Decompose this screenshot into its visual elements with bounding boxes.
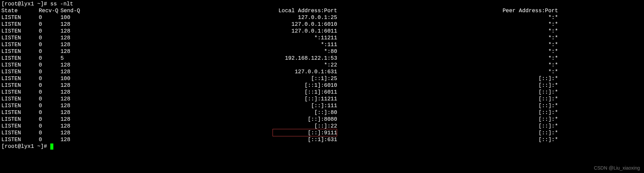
cell-recvq: 0: [39, 109, 60, 116]
cell-recvq: 0: [39, 75, 60, 82]
table-row: LISTEN0128[::1]:6011[::]:*: [1, 89, 643, 96]
cell-local: *:22: [89, 62, 378, 69]
table-row: LISTEN0128*:80*:*: [1, 48, 643, 55]
cell-sendq: 100: [60, 14, 89, 21]
table-row: LISTEN0128[::]:22[::]:*: [1, 123, 643, 130]
cell-local: [::]:11211: [89, 96, 378, 102]
cell-state: LISTEN: [1, 69, 39, 75]
table-row: LISTEN0128127.0.0.1:6010*:*: [1, 21, 643, 28]
cell-sendq: 128: [60, 123, 89, 130]
cell-state: LISTEN: [1, 21, 39, 28]
cell-local: [::]:8080: [89, 116, 378, 123]
cell-state: LISTEN: [1, 48, 39, 55]
cell-peer: [::]:*: [378, 109, 558, 116]
cell-sendq: 128: [60, 136, 89, 143]
cell-sendq: 128: [60, 41, 89, 48]
cell-peer: [::]:*: [378, 75, 558, 82]
cell-sendq: 128: [60, 69, 89, 75]
cell-sendq: 128: [60, 96, 89, 102]
cell-local: 192.168.122.1:53: [89, 55, 378, 62]
cell-peer: *:*: [378, 21, 558, 28]
cell-local: 127.0.0.1:6011: [89, 28, 378, 35]
cell-local: *:11211: [89, 35, 378, 41]
table-row: LISTEN0128*:111*:*: [1, 41, 643, 48]
cell-peer: [::]:*: [378, 130, 558, 136]
cell-state: LISTEN: [1, 102, 39, 109]
cell-sendq: 128: [60, 21, 89, 28]
table-row: LISTEN0128[::]:80[::]:*: [1, 109, 643, 116]
cell-local: [::]:111: [89, 102, 378, 109]
cell-state: LISTEN: [1, 14, 39, 21]
table-row: LISTEN0128[::1]:6010[::]:*: [1, 82, 643, 89]
table-row: LISTEN0128*:22*:*: [1, 62, 643, 69]
col-recvq: Recv-Q: [39, 7, 60, 14]
terminal-output[interactable]: [root@lyx1 ~]# ss -nltStateRecv-QSend-QL…: [1, 1, 643, 150]
cell-peer: [::]:*: [378, 102, 558, 109]
table-row: LISTEN0128127.0.0.1:631*:*: [1, 69, 643, 75]
cell-local: [::]:80: [89, 109, 378, 116]
cell-recvq: 0: [39, 55, 60, 62]
col-sendq: Send-Q: [60, 7, 89, 14]
cell-recvq: 0: [39, 35, 60, 41]
cell-local: [::]:22: [89, 123, 378, 130]
cell-local: [::1]:25: [89, 75, 378, 82]
cell-peer: *:*: [378, 55, 558, 62]
cell-recvq: 0: [39, 102, 60, 109]
cell-local: *:111: [89, 41, 378, 48]
cell-recvq: 0: [39, 136, 60, 143]
cell-peer: *:*: [378, 41, 558, 48]
cell-state: LISTEN: [1, 96, 39, 102]
cell-sendq: 128: [60, 28, 89, 35]
cell-sendq: 128: [60, 116, 89, 123]
cell-peer: [::]:*: [378, 136, 558, 143]
table-row: LISTEN0128[::]:111[::]:*: [1, 102, 643, 109]
cell-state: LISTEN: [1, 41, 39, 48]
cell-local: 127.0.0.1:25: [89, 14, 378, 21]
cell-recvq: 0: [39, 48, 60, 55]
cell-recvq: 0: [39, 82, 60, 89]
cell-local: [::]:9111: [89, 130, 378, 136]
cell-state: LISTEN: [1, 123, 39, 130]
table-row: LISTEN0128[::1]:631[::]:*: [1, 136, 643, 143]
cell-sendq: 128: [60, 48, 89, 55]
watermark: CSDN @Liu_xiaoxing: [594, 165, 640, 171]
cell-recvq: 0: [39, 62, 60, 69]
cell-recvq: 0: [39, 14, 60, 21]
cell-sendq: 128: [60, 109, 89, 116]
prompt-line[interactable]: [root@lyx1 ~]#: [1, 143, 643, 150]
cell-peer: *:*: [378, 35, 558, 41]
cell-state: LISTEN: [1, 116, 39, 123]
cell-peer: [::]:*: [378, 96, 558, 102]
cell-sendq: 128: [60, 62, 89, 69]
cell-recvq: 0: [39, 130, 60, 136]
cursor-block: [50, 143, 53, 150]
cell-state: LISTEN: [1, 35, 39, 41]
cell-recvq: 0: [39, 28, 60, 35]
table-row: LISTEN0128[::]:8080[::]:*: [1, 116, 643, 123]
cell-state: LISTEN: [1, 109, 39, 116]
cell-local: *:80: [89, 48, 378, 55]
cell-local: 127.0.0.1:631: [89, 69, 378, 75]
cell-recvq: 0: [39, 89, 60, 96]
cell-state: LISTEN: [1, 28, 39, 35]
table-row: LISTEN05192.168.122.1:53*:*: [1, 55, 643, 62]
table-row: LISTEN0128*:11211*:*: [1, 35, 643, 41]
cell-recvq: 0: [39, 123, 60, 130]
cell-recvq: 0: [39, 21, 60, 28]
col-peer: Peer Address:Port: [378, 7, 558, 14]
cell-peer: *:*: [378, 14, 558, 21]
cell-peer: [::]:*: [378, 82, 558, 89]
cell-recvq: 0: [39, 96, 60, 102]
cell-sendq: 128: [60, 35, 89, 41]
table-row: LISTEN0128127.0.0.1:6011*:*: [1, 28, 643, 35]
table-header: StateRecv-QSend-QLocal Address:PortPeer …: [1, 7, 643, 14]
cell-state: LISTEN: [1, 89, 39, 96]
col-local: Local Address:Port: [89, 7, 378, 14]
cell-recvq: 0: [39, 69, 60, 75]
cell-recvq: 0: [39, 116, 60, 123]
table-row: LISTEN0128[::]:11211[::]:*: [1, 96, 643, 102]
cell-sendq: 128: [60, 82, 89, 89]
cell-peer: *:*: [378, 62, 558, 69]
table-row: LISTEN0100[::1]:25[::]:*: [1, 75, 643, 82]
cell-local: [::1]:6011: [89, 89, 378, 96]
